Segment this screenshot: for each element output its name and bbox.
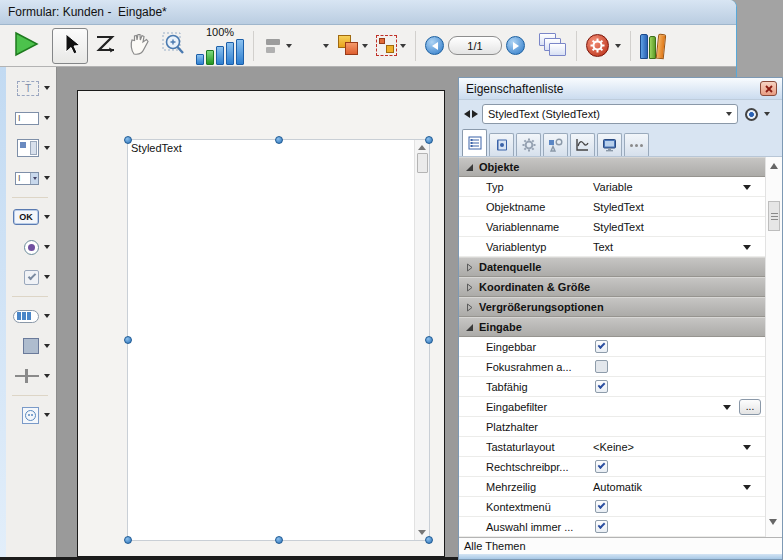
distribute-button[interactable] [296, 28, 333, 64]
object-nav-buttons[interactable] [464, 110, 478, 118]
properties-status-bar[interactable]: Alle Themen [459, 537, 782, 554]
property-row-variablenname[interactable]: Variablenname StyledText [459, 217, 765, 237]
checkbox-checked[interactable] [595, 500, 608, 513]
property-row-tabfaehig[interactable]: Tabfähig [459, 377, 765, 397]
property-row-eingebbar[interactable]: Eingebbar [459, 337, 765, 357]
scroll-thumb[interactable] [417, 153, 428, 173]
property-row-typ[interactable]: Typ Variable [459, 177, 765, 197]
connector-tool-icon [22, 407, 39, 424]
toolbar-separator [576, 31, 577, 61]
tab-settings[interactable] [516, 133, 541, 156]
checkbox-checked[interactable] [595, 380, 608, 393]
chevron-down-icon[interactable] [723, 405, 731, 410]
section-header-vergroesserung[interactable]: Vergrößerungsoptionen [459, 297, 765, 317]
object-selector-combo[interactable]: StyledText (StyledText) [482, 104, 738, 124]
gear-icon [586, 34, 609, 57]
tab-curve[interactable] [570, 133, 595, 156]
section-header-eingabe[interactable]: Eingabe [459, 317, 765, 337]
scroll-down-icon[interactable] [418, 530, 426, 535]
properties-panel: Eigenschaftenliste StyledText (StyledTex… [458, 77, 783, 560]
pan-tool-button[interactable] [122, 28, 156, 64]
ok-button-tool-button[interactable]: OK [8, 202, 56, 232]
property-row-rechtschreibpruefung[interactable]: Rechtschreibpr... [459, 457, 765, 477]
property-row-variablentyp[interactable]: Variablentyp Text [459, 237, 765, 257]
align-button[interactable] [259, 28, 296, 64]
tab-shapes[interactable] [543, 133, 568, 156]
section-header-objekte[interactable]: Objekte [459, 157, 765, 177]
zoom-level-widget[interactable]: 100% [196, 27, 244, 65]
combo-box-tool-button[interactable]: I [8, 163, 56, 193]
chevron-down-icon[interactable] [743, 485, 751, 490]
checkbox-tool-button[interactable] [8, 262, 56, 292]
draw-tool-button[interactable] [88, 28, 122, 64]
property-row-tastaturlayout[interactable]: Tastaturlayout <Keine> [459, 437, 765, 457]
checkbox-unchecked[interactable] [595, 360, 608, 373]
checkbox-checked[interactable] [595, 340, 608, 353]
chevron-down-icon[interactable] [743, 245, 751, 250]
tab-property-list[interactable] [462, 129, 487, 156]
resize-handle-top-right[interactable] [425, 136, 433, 144]
chevron-down-icon[interactable] [743, 445, 751, 450]
form-page[interactable]: StyledText [77, 90, 445, 557]
resize-handle-middle-left[interactable] [124, 336, 132, 344]
window-titlebar[interactable]: Formular: Kunden - Eingabe* [0, 0, 736, 25]
scroll-thumb[interactable] [768, 201, 780, 231]
property-row-eingabefilter[interactable]: Eingabefilter ... [459, 397, 765, 417]
curve-chart-icon [575, 138, 590, 152]
checkbox-checked[interactable] [595, 460, 608, 473]
tab-more[interactable] [624, 133, 649, 156]
radio-button-tool-button[interactable] [8, 232, 56, 262]
visibility-filter-button[interactable] [745, 108, 770, 121]
selection-group-button[interactable] [372, 28, 410, 64]
property-row-objektname[interactable]: Objektname StyledText [459, 197, 765, 217]
property-row-mehrzeilig[interactable]: Mehrzeilig Automatik [459, 477, 765, 497]
chevron-down-icon [44, 314, 50, 318]
styledtext-control[interactable]: StyledText [127, 139, 430, 541]
magnifier-icon [160, 30, 188, 62]
connector-tool-button[interactable] [8, 400, 56, 430]
progress-bar-tool-button[interactable] [8, 301, 56, 331]
properties-grid: Objekte Typ Variable Objektname StyledTe… [459, 157, 782, 537]
scroll-down-icon[interactable] [769, 519, 777, 525]
resize-handle-bottom-right[interactable] [425, 536, 433, 544]
label-tool-button[interactable]: T [8, 73, 56, 103]
list-box-tool-button[interactable] [8, 133, 56, 163]
property-row-fokusrahmen[interactable]: Fokusrahmen a... [459, 357, 765, 377]
scroll-up-icon[interactable] [770, 163, 778, 169]
property-row-platzhalter[interactable]: Platzhalter [459, 417, 765, 437]
next-page-button[interactable] [506, 36, 525, 55]
radio-button-tool-icon [24, 240, 39, 255]
toolbox-separator [12, 395, 48, 396]
pages-button[interactable] [535, 28, 571, 64]
tab-book[interactable] [489, 133, 514, 156]
section-header-koordinaten[interactable]: Koordinaten & Größe [459, 277, 765, 297]
bring-to-front-icon [337, 35, 359, 56]
properties-scrollbar[interactable] [765, 157, 782, 537]
resize-handle-top-left[interactable] [124, 136, 132, 144]
window-edge-glass [0, 67, 6, 557]
chevron-down-icon[interactable] [743, 185, 751, 190]
checkbox-checked[interactable] [595, 520, 608, 533]
settings-button[interactable] [582, 28, 625, 64]
resize-handle-top-center[interactable] [275, 136, 283, 144]
section-header-datenquelle[interactable]: Datenquelle [459, 257, 765, 277]
slider-tool-button[interactable] [8, 361, 56, 391]
close-button[interactable] [760, 81, 777, 96]
resize-handle-bottom-left[interactable] [124, 536, 132, 544]
previous-page-button[interactable] [425, 36, 444, 55]
arrange-order-button[interactable] [333, 28, 372, 64]
properties-panel-titlebar[interactable]: Eigenschaftenliste [459, 78, 782, 100]
resize-handle-middle-right[interactable] [425, 336, 433, 344]
tab-display[interactable] [597, 133, 622, 156]
run-button[interactable] [6, 28, 44, 64]
text-input-tool-button[interactable]: I [8, 103, 56, 133]
resize-handle-bottom-center[interactable] [275, 536, 283, 544]
select-tool-button[interactable] [52, 28, 88, 64]
property-row-kontextmenu[interactable]: Kontextmenü [459, 497, 765, 517]
filter-ellipsis-button[interactable]: ... [739, 399, 761, 415]
zoom-tool-button[interactable] [156, 28, 192, 64]
library-button[interactable] [636, 28, 669, 64]
property-row-auswahl-immer[interactable]: Auswahl immer ... [459, 517, 765, 537]
rectangle-tool-button[interactable] [8, 331, 56, 361]
scroll-up-icon[interactable] [418, 145, 426, 150]
